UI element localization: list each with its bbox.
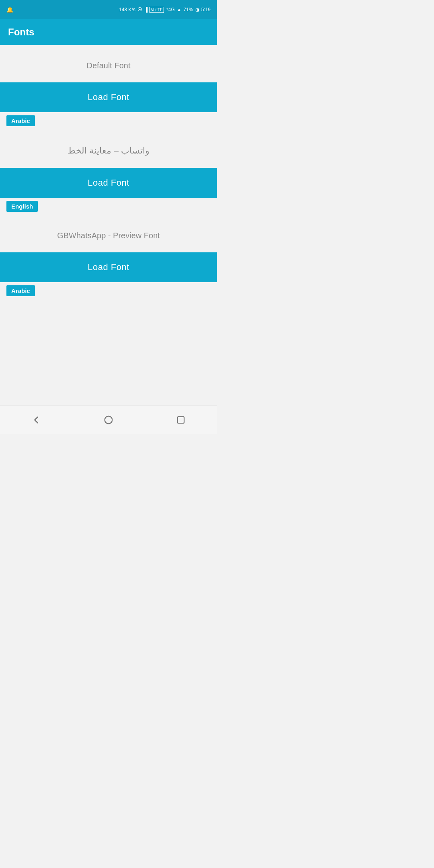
volte-badge: VoLTE [149,7,164,13]
font-section-default: Default Font Load Font [0,45,217,112]
language-badge-arabic-2: Arabic [0,282,217,299]
font-preview-english: GBWhatsApp - Preview Font [0,215,217,252]
home-icon [103,414,114,426]
status-bar-left [6,6,13,13]
load-font-button-english[interactable]: Load Font [0,252,217,282]
font-preview-default: Default Font [0,45,217,82]
main-content: Default Font Load Font Arabic واتساب – م… [0,45,217,405]
language-badge-arabic-1: Arabic [0,112,217,129]
load-font-button-arabic-1[interactable]: Load Font [0,168,217,198]
bell-icon [6,6,13,13]
signal-strength: ▲ [177,7,182,12]
battery-percent: 71% [184,7,193,12]
page-title: Fonts [8,27,34,37]
network-speed: 143 K/s [119,7,135,12]
back-icon [31,414,42,426]
app-bar: Fonts [0,19,217,45]
status-bar: 143 K/s ⦿ ▐ VoLTE ⁺4G ▲ 71% ◑ 5:19 [0,0,217,19]
recents-icon [175,414,186,426]
recents-button[interactable] [169,408,193,432]
status-bar-right: 143 K/s ⦿ ▐ VoLTE ⁺4G ▲ 71% ◑ 5:19 [119,7,211,13]
home-button[interactable] [96,408,121,432]
wifi-icon: ⦿ [137,7,142,12]
font-preview-arabic-1: واتساب – معاينة الخط [0,129,217,168]
svg-point-0 [105,416,113,424]
battery-icon: ◑ [195,7,199,12]
font-section-arabic-1: واتساب – معاينة الخط Load Font [0,129,217,198]
clock: 5:19 [201,7,211,12]
svg-rect-1 [178,416,184,423]
back-button[interactable] [24,408,48,432]
font-section-english: GBWhatsApp - Preview Font Load Font [0,215,217,282]
signal-icon: ▐ [144,7,148,12]
load-font-button-default[interactable]: Load Font [0,82,217,112]
language-badge-english: English [0,198,217,215]
nav-bar [0,405,217,434]
network-type: ⁺4G [166,7,175,12]
